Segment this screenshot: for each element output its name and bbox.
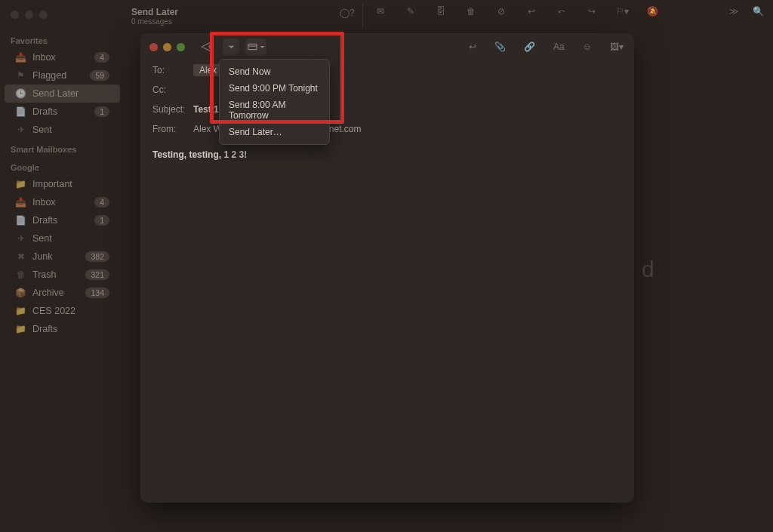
folder-icon: 📁 [15, 324, 26, 334]
sidebar-item-label: Drafts [32, 324, 109, 334]
compose-icon[interactable]: ✎ [404, 6, 417, 17]
header-subtitle: 0 messages [131, 17, 178, 26]
sidebar-item-important[interactable]: 📁 Important [5, 175, 120, 193]
background-text: d [642, 257, 654, 282]
toolbar-right: ≫ 🔍 [729, 6, 764, 17]
zoom-button[interactable] [177, 43, 185, 51]
inbox-icon: 📥 [15, 197, 26, 208]
junk-icon[interactable]: ⊘ [494, 6, 508, 17]
sidebar-section-favorites: Favorites [0, 30, 125, 48]
document-icon: 📄 [15, 215, 26, 226]
reply-icon[interactable]: ↩ [469, 42, 476, 52]
send-options-dropdown-button[interactable] [223, 38, 239, 55]
link-icon[interactable]: 🔗 [524, 42, 535, 52]
sidebar-item-label: Sent [32, 233, 109, 244]
reply-all-icon[interactable]: ⤺ [555, 6, 568, 17]
svg-rect-0 [248, 44, 256, 49]
from-label: From: [152, 124, 193, 134]
sent-icon: ✈ [15, 125, 26, 135]
sidebar-badge: 1 [94, 106, 109, 117]
clock-icon: 🕒 [15, 88, 26, 99]
send-later-menu: Send Now Send 9:00 PM Tonight Send 8:00 … [219, 59, 330, 145]
flag-icon[interactable]: ⚐▾ [615, 6, 629, 17]
compose-fields: To: Alex Wawro Cc: Subject: Test 1 2 3 F… [140, 60, 634, 139]
subject-label: Subject: [152, 104, 193, 115]
trash-icon: 🗑 [15, 269, 26, 280]
more-icon[interactable]: ≫ [729, 6, 739, 17]
sidebar-section-smart: Smart Mailboxes [0, 139, 125, 157]
document-icon: 📄 [15, 106, 26, 117]
menu-item-send-later[interactable]: Send Later… [220, 124, 329, 140]
sidebar-item-label: Drafts [32, 215, 88, 226]
trash-icon[interactable]: 🗑 [464, 6, 478, 17]
to-label: To: [152, 65, 193, 75]
archive-icon: 📦 [15, 288, 26, 298]
flag-icon: ⚑ [15, 70, 26, 81]
reply-icon[interactable]: ↩ [525, 6, 538, 17]
sidebar-item-label: Flagged [32, 70, 84, 81]
compose-traffic-lights [149, 43, 185, 51]
sidebar-item-g-inbox[interactable]: 📥 Inbox 4 [5, 193, 120, 211]
sidebar-item-label: Important [32, 179, 109, 189]
compose-window: ↩ 📎 🔗 Aa ☺ 🖼▾ Send Now Send 9:00 PM Toni… [140, 33, 634, 503]
sidebar-item-g-drafts[interactable]: 📄 Drafts 1 [5, 211, 120, 229]
sidebar-item-g-archive[interactable]: 📦 Archive 134 [5, 284, 120, 302]
sidebar-item-send-later[interactable]: 🕒 Send Later [5, 85, 120, 103]
sidebar-item-g-junk[interactable]: ✖ Junk 382 [5, 248, 120, 266]
sidebar-item-g-drafts2[interactable]: 📁 Drafts [5, 320, 120, 338]
sidebar-badge: 4 [94, 52, 109, 63]
mail-icon[interactable]: ✉ [374, 6, 387, 17]
sidebar-badge: 321 [85, 269, 109, 280]
sidebar-item-g-sent[interactable]: ✈ Sent [5, 229, 120, 248]
menu-item-send-now[interactable]: Send Now [220, 63, 329, 80]
sidebar-item-label: Trash [32, 269, 79, 280]
sidebar-item-flagged[interactable]: ⚑ Flagged 59 [5, 66, 120, 85]
main-toolbar: ✉ ✎ 🗄 🗑 ⊘ ↩ ⤺ ↪ ⚐▾ 🔕 [374, 6, 659, 17]
search-icon[interactable]: 🔍 [753, 6, 764, 17]
minimize-button[interactable] [163, 43, 171, 51]
sidebar: Favorites 📥 Inbox 4 ⚑ Flagged 59 🕒 Send … [0, 0, 125, 532]
sidebar-item-drafts[interactable]: 📄 Drafts 1 [5, 103, 120, 121]
sidebar-item-label: Inbox [32, 52, 88, 63]
sidebar-section-google: Google [0, 157, 125, 175]
forward-icon[interactable]: ↪ [585, 6, 599, 17]
sidebar-item-ces-2022[interactable]: 📁 CES 2022 [5, 302, 120, 320]
sidebar-badge: 382 [85, 251, 109, 262]
photo-icon[interactable]: 🖼▾ [610, 42, 624, 52]
sidebar-badge: 134 [85, 288, 109, 298]
toolbar-separator [362, 3, 363, 29]
sidebar-item-label: Inbox [32, 197, 88, 208]
compose-body[interactable]: Testing, testing, 1 2 3! [140, 139, 634, 171]
junk-icon: ✖ [15, 251, 26, 262]
close-button[interactable] [149, 43, 158, 51]
sidebar-item-label: Sent [32, 125, 109, 135]
help-icon[interactable]: ◯? [340, 8, 355, 18]
header-title: Send Later [131, 7, 178, 17]
sidebar-badge: 59 [90, 70, 109, 81]
attach-icon[interactable]: 📎 [494, 42, 506, 52]
sidebar-item-label: Junk [32, 251, 79, 262]
folder-icon: 📁 [15, 179, 26, 189]
inbox-icon: 📥 [15, 52, 26, 63]
sidebar-item-sent[interactable]: ✈ Sent [5, 121, 120, 139]
folder-icon: 📁 [15, 306, 26, 316]
compose-toolbar-right: ↩ 📎 🔗 Aa ☺ 🖼▾ [469, 42, 624, 52]
emoji-icon[interactable]: ☺ [583, 42, 592, 52]
archive-icon[interactable]: 🗄 [434, 6, 448, 17]
mute-icon[interactable]: 🔕 [645, 6, 659, 17]
sidebar-item-label: CES 2022 [32, 306, 109, 316]
sidebar-item-inbox[interactable]: 📥 Inbox 4 [5, 48, 120, 66]
sidebar-item-label: Send Later [32, 88, 109, 99]
format-icon[interactable]: Aa [553, 42, 565, 52]
sidebar-badge: 4 [94, 197, 109, 208]
sidebar-item-label: Drafts [32, 106, 88, 117]
header-fields-button[interactable] [245, 38, 266, 55]
cc-label: Cc: [152, 85, 193, 95]
sent-icon: ✈ [15, 233, 26, 244]
sidebar-item-label: Archive [32, 288, 79, 298]
send-icon[interactable] [200, 40, 214, 54]
compose-titlebar: ↩ 📎 🔗 Aa ☺ 🖼▾ Send Now Send 9:00 PM Toni… [140, 33, 634, 60]
menu-item-send-tonight[interactable]: Send 9:00 PM Tonight [220, 80, 329, 97]
menu-item-send-tomorrow[interactable]: Send 8:00 AM Tomorrow [220, 97, 329, 124]
sidebar-item-g-trash[interactable]: 🗑 Trash 321 [5, 266, 120, 284]
